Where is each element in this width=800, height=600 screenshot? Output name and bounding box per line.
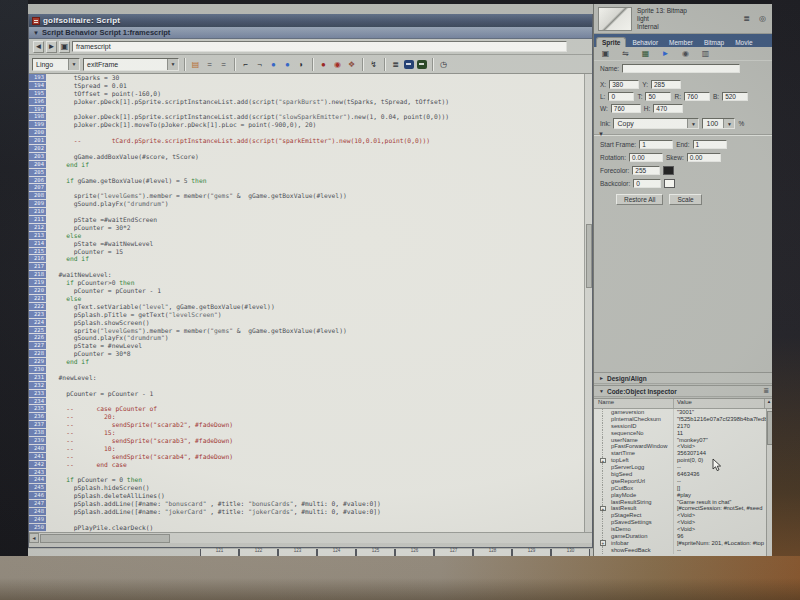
expand-icon[interactable]: ► (599, 375, 604, 381)
blend-dropdown[interactable]: 100▼ (702, 118, 735, 129)
object-inspector-row[interactable]: gseReportUrl-- (594, 478, 772, 485)
help-icon[interactable]: ◎ (759, 14, 766, 23)
object-inspector-row[interactable]: bigSeed6463436 (594, 471, 772, 478)
behavior-script-icon[interactable] (417, 60, 427, 69)
trails-icon[interactable]: ◉ (680, 48, 691, 60)
object-inspector-row[interactable]: pStageRect<Void> (594, 512, 772, 519)
design-align-bar[interactable]: ► Design/Align (594, 372, 772, 384)
watch-expression-icon[interactable]: ❖ (346, 58, 357, 70)
color-swatch[interactable] (664, 179, 675, 188)
collapse-section-icon[interactable]: ▼ (598, 131, 604, 137)
code-editor[interactable]: 193 tSparks = 30194 tSpread = 0.01195 tO… (29, 74, 592, 532)
object-inspector-row[interactable]: topLeft+point(0, 0) (594, 457, 772, 464)
color-swatch[interactable] (663, 166, 674, 175)
tab-behavior[interactable]: Behavior (627, 38, 663, 47)
restore-all-button[interactable]: Restore All (616, 194, 663, 205)
uncomment-icon[interactable]: ¬ (254, 58, 265, 70)
go-to-handler-icon[interactable]: ▤ (190, 58, 201, 70)
line-numbers-icon[interactable]: ≣ (390, 58, 401, 70)
language-dropdown[interactable]: Lingo▼ (32, 58, 80, 71)
list-view-icon[interactable]: ≣ (743, 14, 750, 23)
field-input[interactable]: 1 (639, 140, 673, 149)
frame-cell[interactable]: 124 (317, 549, 356, 556)
code-horizontal-scrollbar[interactable]: ◄ (29, 532, 592, 543)
inspector-scrollbar[interactable] (766, 409, 772, 556)
object-inspector-row[interactable]: pSavedSettings<Void> (594, 519, 772, 526)
object-inspector-row[interactable]: gameDuration96 (594, 533, 772, 540)
indent-left-icon[interactable]: ● (268, 58, 279, 70)
collapse-icon[interactable]: ▼ (599, 388, 604, 394)
script-pane-header[interactable]: ▼ Script Behavior Script 1:framescript (29, 27, 592, 39)
field-input[interactable]: 760 (611, 104, 641, 113)
scrollbar-thumb[interactable] (40, 534, 170, 543)
field-input[interactable]: 50 (645, 92, 671, 101)
watcher-clock-icon[interactable]: ◷ (438, 58, 449, 70)
frame-cell[interactable]: 130 (551, 549, 590, 556)
indent-right-icon[interactable]: ● (282, 58, 293, 70)
lock-icon[interactable]: ▣ (600, 48, 611, 60)
image-icon[interactable]: ▦ (640, 48, 651, 60)
object-inspector-row[interactable]: lastResult+[#correctSession: #notSet, #s… (594, 505, 772, 512)
ink-dropdown[interactable]: Copy▼ (613, 118, 699, 129)
show-comments-icon[interactable]: = (218, 58, 229, 70)
object-inspector-bar[interactable]: ▼ Code:Object Inspector ≣ (594, 385, 772, 397)
object-inspector-row[interactable]: pServerLogg-- (594, 464, 772, 471)
frame-cell[interactable]: 125 (356, 549, 395, 556)
forward-icon[interactable]: ► (46, 41, 57, 53)
field-input[interactable]: 1 (693, 140, 727, 149)
handler-dropdown[interactable]: exitFrame▼ (83, 58, 179, 71)
script-name-field[interactable]: framescript (72, 41, 567, 52)
script-window-titlebar[interactable]: golfsolitaire: Script (29, 14, 592, 27)
collapse-pane-icon[interactable]: ▼ (33, 30, 39, 36)
frame-cell[interactable]: 126 (395, 549, 434, 556)
field-input[interactable]: 0.00 (629, 153, 663, 162)
frame-cell[interactable]: 129 (512, 549, 551, 556)
object-inspector-row[interactable]: showFeedBack-- (594, 547, 772, 554)
object-inspector-row[interactable]: startTime356307144 (594, 450, 772, 457)
tab-sprite[interactable]: Sprite (596, 37, 626, 47)
field-input[interactable]: 285 (651, 80, 681, 89)
back-icon[interactable]: ◄ (33, 41, 44, 53)
tab-bitmap[interactable]: Bitmap (699, 38, 729, 47)
object-inspector-row[interactable]: userName"monkey07" (594, 437, 772, 444)
field-input[interactable]: 380 (609, 80, 639, 89)
object-inspector-row[interactable]: pFastForwardWindow<Void> (594, 443, 772, 450)
scrollbar-thumb[interactable] (586, 224, 592, 288)
scroll-left-icon[interactable]: ◄ (29, 533, 39, 543)
moveable-icon[interactable]: ► (660, 48, 671, 60)
object-inspector-row[interactable]: isDemo<Void> (594, 526, 772, 533)
object-inspector-row[interactable]: lastResultString"Game result in chat" (594, 499, 772, 506)
object-inspector-row[interactable]: gameversion"3001" (594, 409, 772, 416)
toggle-breakpoint-icon[interactable]: ● (318, 58, 329, 70)
expand-icon[interactable]: + (600, 506, 606, 512)
recompile-icon[interactable]: ↯ (368, 58, 379, 70)
panel-menu-icon[interactable]: ≣ (763, 387, 769, 395)
object-inspector-row[interactable]: playMode#play (594, 492, 772, 499)
field-input[interactable]: 255 (632, 166, 660, 175)
tab-member[interactable]: Member (664, 38, 698, 47)
scrollbar-thumb[interactable] (767, 411, 772, 445)
field-input[interactable]: 0.00 (687, 153, 721, 162)
column-value[interactable]: Value (674, 399, 764, 408)
name-input[interactable] (622, 64, 740, 73)
field-input[interactable]: 470 (653, 104, 683, 113)
code-vertical-scrollbar[interactable] (584, 74, 592, 532)
handler-jump-icon[interactable]: ◗ (296, 58, 307, 70)
frame-cell[interactable]: 127 (434, 549, 473, 556)
flip-icon[interactable]: ⇋ (620, 48, 631, 60)
tab-movie[interactable]: Movie (730, 38, 757, 47)
object-inspector-row[interactable]: sessionID2170 (594, 423, 772, 430)
hide-comments-icon[interactable]: = (204, 58, 215, 70)
expand-icon[interactable]: + (600, 540, 606, 546)
frame-cell[interactable]: 122 (239, 549, 278, 556)
object-inspector-row[interactable]: pInternalChecksum"f525b1216e07a7cf2398b4… (594, 416, 772, 423)
object-inspector-row[interactable]: pCutBox[] (594, 485, 772, 492)
frame-cell[interactable]: 123 (278, 549, 317, 556)
field-input[interactable]: 0 (633, 179, 661, 188)
field-input[interactable]: 520 (722, 92, 748, 101)
message-window-icon[interactable] (404, 60, 414, 69)
frame-cell[interactable]: 128 (473, 549, 512, 556)
object-inspector-row[interactable]: infobar+[#spriteNum: 201, #Location: #to… (594, 540, 772, 547)
expand-icon[interactable]: + (600, 458, 606, 464)
field-input[interactable]: 0 (608, 92, 634, 101)
